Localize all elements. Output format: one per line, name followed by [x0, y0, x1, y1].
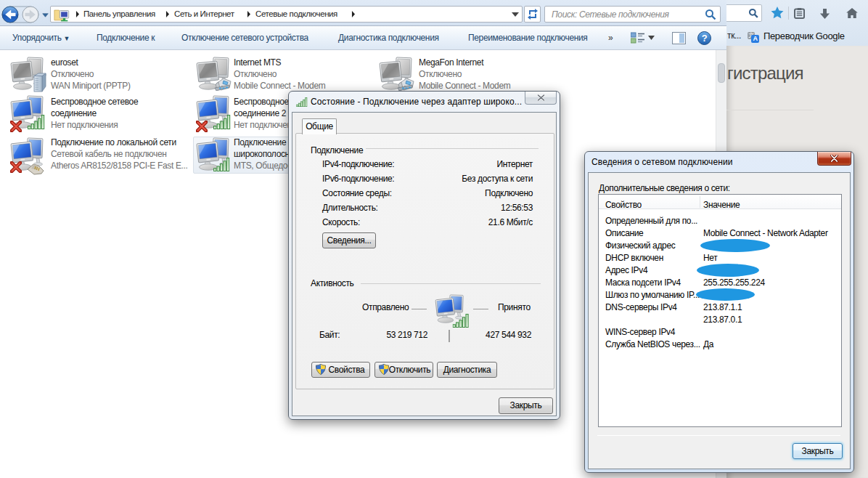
- svg-text:?: ?: [702, 33, 708, 44]
